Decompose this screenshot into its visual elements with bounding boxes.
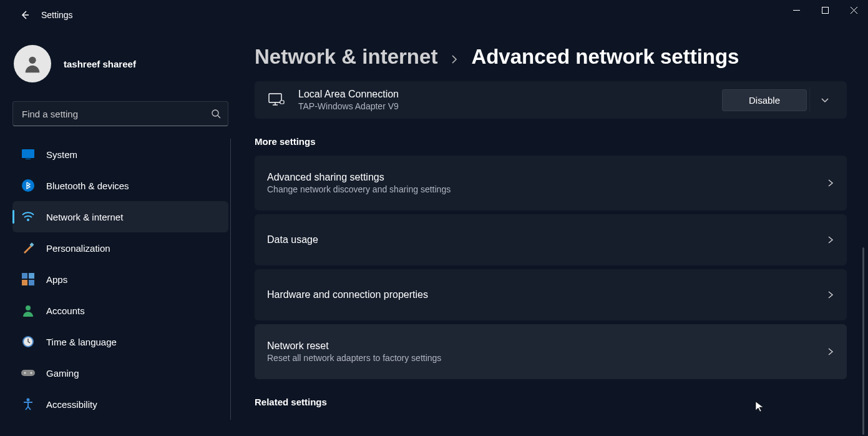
svg-rect-10	[22, 280, 27, 285]
sidebar-item-gaming[interactable]: Gaming	[12, 357, 228, 389]
wifi-icon	[21, 210, 35, 224]
svg-rect-8	[22, 273, 27, 279]
chevron-right-icon	[450, 55, 459, 64]
scrollbar[interactable]	[862, 247, 864, 435]
svg-rect-19	[269, 94, 281, 102]
svg-point-18	[27, 399, 30, 402]
search-wrap	[12, 101, 228, 126]
titlebar: Settings	[0, 0, 868, 30]
apps-icon	[21, 272, 35, 286]
sidebar-item-bluetooth[interactable]: Bluetooth & devices	[12, 170, 228, 201]
nav: System Bluetooth & devices Network & int…	[12, 139, 231, 420]
sidebar-item-label: Bluetooth & devices	[46, 181, 129, 191]
sidebar-item-label: Personalization	[46, 243, 110, 254]
svg-rect-20	[280, 101, 284, 104]
svg-point-6	[27, 219, 29, 221]
item-advanced-sharing[interactable]: Advanced sharing settings Change network…	[255, 156, 847, 211]
sidebar-item-time[interactable]: Time & language	[12, 326, 228, 357]
accounts-icon	[21, 304, 35, 317]
sidebar-item-label: Network & internet	[46, 212, 123, 222]
brush-icon	[21, 241, 35, 255]
monitor-icon	[266, 89, 287, 111]
avatar	[14, 45, 51, 82]
sidebar-item-label: Time & language	[46, 337, 117, 347]
sidebar-item-personalization[interactable]: Personalization	[12, 232, 228, 264]
window-controls	[782, 0, 868, 20]
list-title: Network reset	[267, 340, 827, 352]
profile[interactable]: tashreef shareef	[14, 45, 231, 82]
chevron-right-icon	[827, 348, 834, 355]
adapter-title: Local Area Connection	[298, 89, 722, 100]
sidebar-item-accessibility[interactable]: Accessibility	[12, 389, 228, 420]
search-icon	[211, 109, 221, 119]
list-sub: Reset all network adapters to factory se…	[267, 353, 827, 363]
section-heading-more: More settings	[255, 136, 856, 147]
svg-point-2	[212, 110, 218, 116]
back-arrow-icon	[20, 10, 30, 20]
system-icon	[21, 147, 35, 161]
svg-point-16	[24, 372, 26, 374]
svg-point-1	[29, 57, 36, 64]
section-heading-related: Related settings	[255, 397, 856, 407]
item-network-reset[interactable]: Network reset Reset all network adapters…	[255, 324, 847, 379]
gaming-icon	[21, 366, 35, 380]
sidebar-item-apps[interactable]: Apps	[12, 264, 228, 295]
app-title: Settings	[41, 10, 73, 20]
sidebar-item-system[interactable]: System	[12, 139, 228, 170]
minimize-icon	[793, 7, 800, 14]
sidebar-item-label: Gaming	[46, 368, 79, 379]
accessibility-icon	[21, 397, 35, 411]
disable-button[interactable]: Disable	[722, 89, 807, 111]
back-button[interactable]	[12, 2, 37, 27]
svg-rect-4	[26, 159, 31, 159]
bluetooth-icon	[21, 179, 35, 192]
sidebar-item-accounts[interactable]: Accounts	[12, 295, 228, 326]
chevron-down-icon	[821, 96, 829, 104]
sidebar-item-label: System	[46, 149, 77, 160]
adapter-card: Local Area Connection TAP-Windows Adapte…	[255, 81, 847, 119]
svg-rect-11	[29, 280, 34, 285]
svg-point-12	[26, 305, 31, 310]
minimize-button[interactable]	[782, 0, 811, 20]
list-sub: Change network discovery and sharing set…	[267, 184, 827, 194]
breadcrumb-current: Advanced network settings	[471, 45, 739, 69]
search-input[interactable]	[12, 101, 228, 126]
item-data-usage[interactable]: Data usage	[255, 214, 847, 265]
maximize-button[interactable]	[811, 0, 839, 20]
chevron-right-icon	[827, 291, 834, 299]
list-title: Data usage	[267, 234, 827, 245]
avatar-icon	[22, 53, 43, 74]
clock-icon	[21, 335, 35, 349]
chevron-right-icon	[827, 179, 834, 187]
expand-button[interactable]	[809, 87, 839, 112]
chevron-right-icon	[827, 236, 834, 244]
main-content: Network & internet Advanced network sett…	[231, 30, 868, 436]
breadcrumb-parent[interactable]: Network & internet	[255, 45, 437, 69]
svg-rect-0	[822, 7, 828, 13]
profile-name: tashreef shareef	[64, 59, 136, 69]
sidebar-item-label: Accessibility	[46, 399, 97, 410]
svg-rect-15	[21, 370, 35, 376]
svg-point-17	[31, 372, 32, 374]
list-title: Advanced sharing settings	[267, 172, 827, 183]
sidebar-item-label: Apps	[46, 274, 67, 285]
close-button[interactable]	[839, 0, 868, 20]
breadcrumb: Network & internet Advanced network sett…	[255, 45, 856, 69]
svg-rect-9	[29, 273, 34, 279]
close-icon	[851, 7, 857, 14]
sidebar-item-label: Accounts	[46, 305, 85, 316]
sidebar: tashreef shareef System Bluetooth & devi…	[0, 30, 231, 436]
adapter-sub: TAP-Windows Adapter V9	[298, 101, 722, 111]
item-hardware-properties[interactable]: Hardware and connection properties	[255, 269, 847, 320]
sidebar-item-network[interactable]: Network & internet	[12, 201, 228, 232]
list-title: Hardware and connection properties	[267, 289, 827, 300]
svg-rect-3	[22, 149, 34, 158]
maximize-icon	[822, 7, 829, 14]
